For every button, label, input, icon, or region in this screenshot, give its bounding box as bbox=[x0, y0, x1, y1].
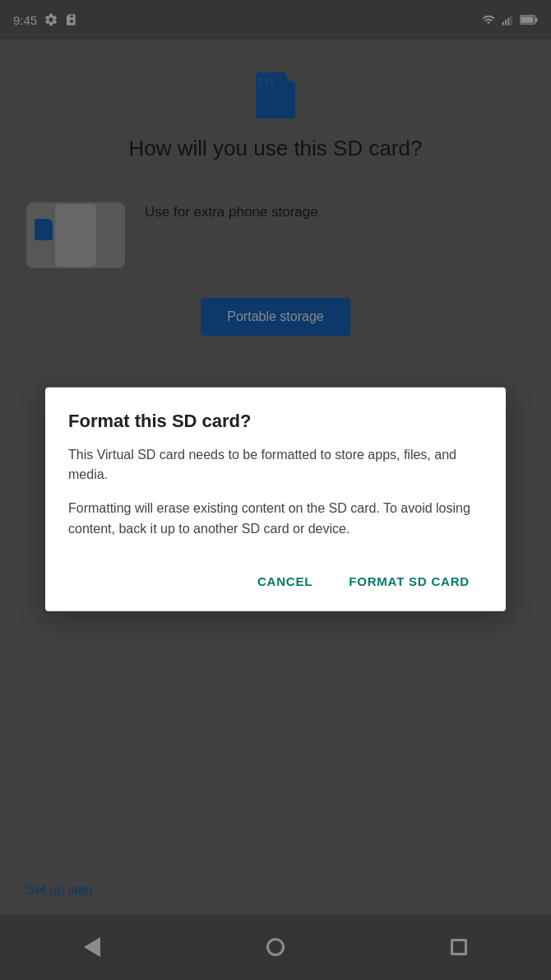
dialog-body-paragraph-2: Formatting will erase existing content o… bbox=[68, 499, 483, 540]
cancel-button[interactable]: CANCEL bbox=[244, 565, 326, 596]
dialog-actions: CANCEL FORMAT SD CARD bbox=[68, 562, 483, 596]
dialog-body-paragraph-1: This Virtual SD card needs to be formatt… bbox=[68, 444, 483, 485]
format-sd-card-button[interactable]: FORMAT SD CARD bbox=[336, 565, 483, 596]
dialog-body: This Virtual SD card needs to be formatt… bbox=[68, 444, 483, 539]
dialog-title: Format this SD card? bbox=[68, 410, 483, 431]
format-dialog: Format this SD card? This Virtual SD car… bbox=[45, 387, 506, 611]
